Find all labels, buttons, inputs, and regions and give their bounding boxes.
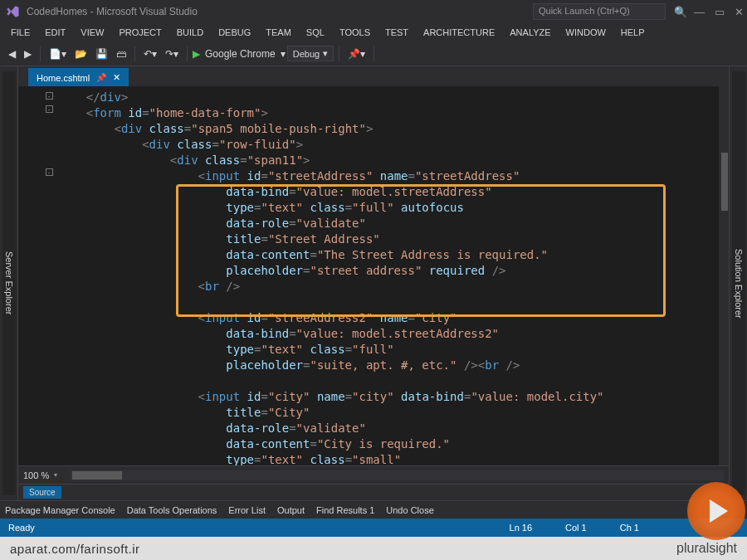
- statusbar: Ready Ln 16 Col 1 Ch 1: [0, 519, 747, 537]
- new-project-button[interactable]: 📄▾: [46, 46, 70, 62]
- bottom-tab[interactable]: Undo Close: [386, 505, 433, 515]
- fold-toggle-icon[interactable]: -: [46, 92, 53, 100]
- menu-build[interactable]: BUILD: [171, 26, 209, 39]
- titlebar: CodedHomes - Microsoft Visual Studio Qui…: [0, 0, 747, 23]
- save-button[interactable]: 💾: [92, 46, 111, 62]
- menu-edit[interactable]: EDIT: [39, 26, 71, 39]
- scrollbar-thumb[interactable]: [721, 153, 728, 211]
- bottom-tab[interactable]: Output: [277, 505, 305, 515]
- code-text[interactable]: </div> <form id="home-data-form"> <div c…: [55, 86, 719, 465]
- fold-gutter: - - -: [43, 86, 55, 465]
- source-view-button[interactable]: Source: [23, 486, 61, 499]
- chevron-down-icon[interactable]: ▾: [54, 471, 57, 479]
- fold-toggle-icon[interactable]: -: [46, 168, 53, 176]
- bottom-tab[interactable]: Error List: [228, 505, 266, 515]
- menu-view[interactable]: VIEW: [75, 26, 110, 39]
- menu-tools[interactable]: TOOLS: [334, 26, 376, 39]
- status-col: Col 1: [565, 523, 587, 533]
- play-icon: ▶: [193, 48, 200, 60]
- status-ready: Ready: [8, 523, 510, 533]
- watermark-overlay: aparat.com/farinsoft.ir pluralsight: [0, 537, 747, 560]
- right-sidebar: Solution Explorer Properties: [729, 66, 747, 500]
- browser-selector: Google Chrome: [205, 48, 276, 60]
- view-switcher: Source: [18, 484, 729, 500]
- editor-footer: 100 % ▾: [18, 465, 729, 484]
- save-all-button[interactable]: 🗃: [113, 46, 129, 62]
- menu-architecture[interactable]: ARCHITECTURE: [417, 26, 500, 39]
- watermark-right: pluralsight: [676, 541, 737, 556]
- minimize-icon[interactable]: —: [694, 6, 705, 18]
- chevron-down-icon: ▾: [281, 48, 286, 60]
- file-tab-label: Home.cshtml: [37, 73, 90, 83]
- line-gutter: [18, 86, 43, 465]
- start-debug-button[interactable]: ▶ Google Chrome ▾: [193, 48, 286, 60]
- zoom-level[interactable]: 100 %: [23, 470, 49, 480]
- video-play-button[interactable]: [687, 482, 745, 540]
- quick-launch-input[interactable]: Quick Launch (Ctrl+Q): [533, 3, 666, 20]
- window-title: CodedHomes - Microsoft Visual Studio: [27, 6, 533, 17]
- pin-tool-button[interactable]: 📌▾: [344, 46, 369, 62]
- chevron-down-icon: ▾: [323, 48, 328, 59]
- bottom-tab[interactable]: Data Tools Operations: [127, 505, 217, 515]
- bottom-tab[interactable]: Package Manager Console: [5, 505, 115, 515]
- open-file-button[interactable]: 📂: [71, 46, 90, 62]
- file-tab-home-cshtml[interactable]: Home.cshtml 📌 ✕: [28, 68, 129, 86]
- cursor-position: Ln 16 Col 1 Ch 1: [510, 523, 639, 533]
- redo-button[interactable]: ↷▾: [162, 46, 182, 62]
- watermark-left: aparat.com/farinsoft.ir: [10, 542, 140, 556]
- horizontal-scrollbar[interactable]: [71, 470, 724, 480]
- vs-logo-icon: [3, 2, 22, 21]
- close-icon[interactable]: ✕: [113, 72, 120, 83]
- scrollbar-thumb[interactable]: [72, 471, 122, 480]
- code-container[interactable]: - - - </div> <form id="home-data-form"> …: [18, 86, 729, 465]
- menu-team[interactable]: TEAM: [260, 26, 297, 39]
- fold-toggle-icon[interactable]: -: [46, 105, 53, 113]
- menu-project[interactable]: PROJECT: [113, 26, 167, 39]
- menu-sql[interactable]: SQL: [300, 26, 330, 39]
- config-dropdown[interactable]: Debug▾: [287, 46, 334, 61]
- undo-button[interactable]: ↶▾: [140, 46, 160, 62]
- bottom-tab[interactable]: Find Results 1: [316, 505, 374, 515]
- left-sidebar: Server Explorer: [0, 66, 18, 500]
- menu-test[interactable]: TEST: [379, 26, 414, 39]
- menu-window[interactable]: WINDOW: [560, 26, 612, 39]
- window-controls: — ▭ ✕: [694, 6, 744, 18]
- menu-analyze[interactable]: ANALYZE: [504, 26, 556, 39]
- status-line: Ln 16: [510, 523, 533, 533]
- vertical-scrollbar[interactable]: [719, 86, 729, 465]
- status-ch: Ch 1: [620, 523, 639, 533]
- maximize-icon[interactable]: ▭: [715, 6, 725, 18]
- pin-icon[interactable]: 📌: [96, 73, 106, 82]
- nav-back-button[interactable]: ◀: [5, 46, 19, 62]
- bottom-tool-tabs: Package Manager ConsoleData Tools Operat…: [0, 500, 747, 519]
- menu-debug[interactable]: DEBUG: [212, 26, 256, 39]
- solution-explorer-tab[interactable]: Solution Explorer: [732, 71, 745, 495]
- menu-file[interactable]: FILE: [5, 26, 36, 39]
- file-tabs-row: Home.cshtml 📌 ✕: [18, 66, 729, 86]
- toolbar: ◀ ▶ 📄▾ 📂 💾 🗃 ↶▾ ↷▾ ▶ Google Chrome ▾ Deb…: [0, 41, 747, 66]
- editor-area: Home.cshtml 📌 ✕ - - - </div> <form id="h…: [18, 66, 729, 500]
- menu-help[interactable]: HELP: [615, 26, 651, 39]
- close-icon[interactable]: ✕: [735, 6, 744, 18]
- server-explorer-tab[interactable]: Server Explorer: [2, 71, 16, 495]
- main-area: Server Explorer Home.cshtml 📌 ✕ - - - </…: [0, 66, 747, 500]
- search-icon[interactable]: 🔍: [674, 6, 687, 18]
- nav-forward-button[interactable]: ▶: [21, 46, 35, 62]
- menubar: FILEEDITVIEWPROJECTBUILDDEBUGTEAMSQLTOOL…: [0, 23, 747, 41]
